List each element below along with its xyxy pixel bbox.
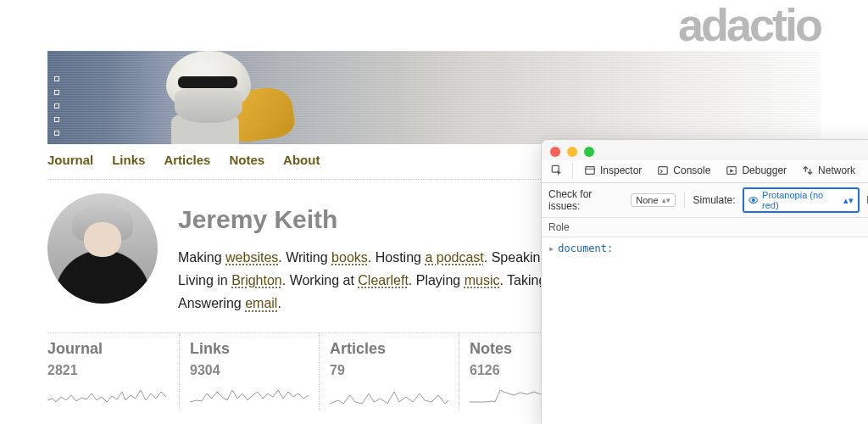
stat-label: Articles [330,340,448,358]
svg-rect-1 [586,167,595,175]
accessibility-tree[interactable]: ▸document: [542,237,868,424]
simulate-label: Simulate: [693,194,735,206]
bio-text: . Working at [282,273,359,287]
stat-count: 2821 [47,363,169,378]
stat-journal[interactable]: Journal 2821 [47,333,179,410]
sparkline-icon [330,383,448,407]
eye-icon [748,195,759,205]
banner-figure [149,51,302,144]
bio-text: . Playing [409,273,465,287]
tab-label: Debugger [742,165,787,176]
banner-dots [54,76,59,144]
role-header: Role [542,218,868,237]
nav-notes[interactable]: Notes [229,153,264,167]
simulate-select[interactable]: Protanopia (no red) ▴▾ [743,187,860,213]
svg-marker-5 [731,169,734,172]
bio-text: . [277,296,281,310]
bio-link-email[interactable]: email [245,296,277,310]
stat-label: Links [190,340,309,358]
chevron-updown-icon: ▴▾ [662,196,670,204]
stat-links[interactable]: Links 9304 [179,333,319,410]
simulate-value: Protanopia (no red) [762,190,839,210]
window-controls [542,140,868,160]
svg-rect-3 [659,167,668,175]
tab-network[interactable]: Network [796,162,861,179]
nav-about[interactable]: About [283,153,320,167]
stat-count: 9304 [190,363,309,378]
bio-text: Making [178,250,225,265]
tab-debugger[interactable]: Debugger [720,162,793,179]
chevron-updown-icon: ▴▾ [843,195,854,206]
svg-point-6 [752,198,754,201]
stat-label: Journal [47,340,169,358]
devtools-toolbar: Check for issues: None ▴▾ Simulate: Prot… [542,183,868,218]
stat-count: 79 [330,363,448,378]
disclosure-triangle-icon[interactable]: ▸ [548,243,554,254]
devtools-tabs: Inspector Console Debugger Network [542,160,868,183]
sparkline-icon [190,383,309,407]
stat-articles[interactable]: Articles 79 [319,333,459,410]
tab-console[interactable]: Console [651,162,716,179]
site-logo: adactio [47,0,821,47]
close-icon[interactable] [550,147,560,157]
bio-link-brighton[interactable]: Brighton [231,273,282,287]
bio-link-clearleft[interactable]: Clearleft [358,273,409,287]
bio-link-music[interactable]: music [465,273,500,287]
issues-label: Check for issues: [548,188,624,212]
nav-articles[interactable]: Articles [164,153,210,167]
tab-label: Network [818,165,855,176]
issues-select[interactable]: None ▴▾ [631,193,675,207]
issues-value: None [636,195,658,205]
zoom-icon[interactable] [584,147,594,157]
header-banner [47,51,821,144]
bio-link-podcast[interactable]: a podcast [425,250,483,265]
nav-journal[interactable]: Journal [47,153,93,167]
tab-label: Console [673,165,710,176]
bio-link-books[interactable]: books [331,250,368,265]
sparkline-icon [47,383,166,407]
bio-text: . Hosting [368,250,426,265]
avatar [47,193,158,304]
tree-node-document[interactable]: document: [558,243,613,254]
minimize-icon[interactable] [567,147,577,157]
nav-links[interactable]: Links [112,153,145,167]
tab-inspector[interactable]: Inspector [578,162,648,179]
devtools-panel: Inspector Console Debugger Network Check… [541,139,868,424]
bio-text: . Writing [278,250,331,265]
bio-link-websites[interactable]: websites [225,250,278,265]
pick-element-button[interactable] [547,162,567,179]
tab-label: Inspector [600,165,642,176]
